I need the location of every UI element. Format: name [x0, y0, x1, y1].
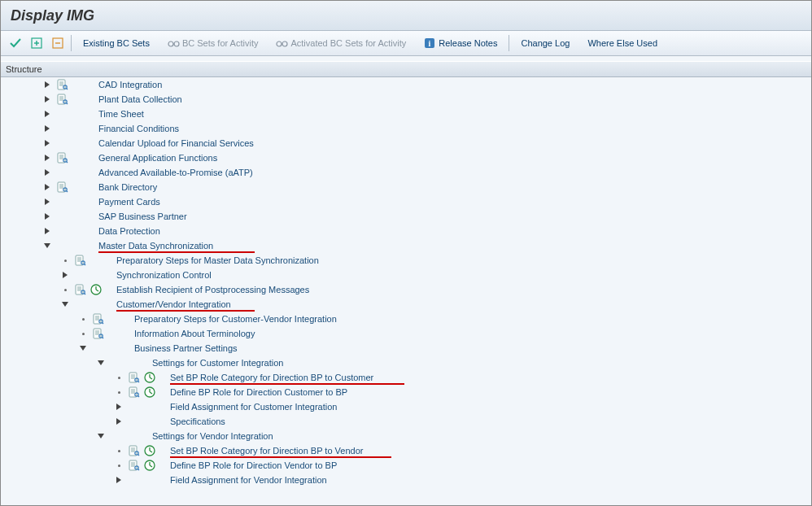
doc-icon[interactable]	[90, 312, 105, 325]
collapse-subtree-icon[interactable]	[50, 35, 66, 51]
tree-row[interactable]: Data Protection	[1, 224, 811, 238]
tree-row[interactable]: Define BP Role for Direction Customer to…	[1, 385, 811, 399]
execute-icon[interactable]	[142, 444, 157, 457]
tree-label[interactable]: Set BP Role Category for Direction BP to…	[170, 373, 373, 382]
tree-row[interactable]: SAP Business Partner	[1, 209, 811, 224]
collapse-icon[interactable]	[79, 344, 87, 352]
tree-label[interactable]: Establish Recipient of Postprocessing Me…	[116, 285, 309, 294]
tree-row[interactable]: Financial Conditions	[1, 121, 811, 136]
doc-icon[interactable]	[72, 254, 87, 267]
execute-icon[interactable]	[142, 371, 157, 384]
tree-row[interactable]: Master Data Synchronization	[1, 238, 811, 253]
expand-icon[interactable]	[43, 95, 51, 103]
tree-row[interactable]: Information About Terminology	[1, 326, 811, 341]
doc-icon[interactable]	[55, 78, 69, 91]
svg-marker-100	[98, 434, 104, 438]
doc-icon[interactable]	[55, 181, 69, 194]
tree-label: Preparatory Steps for Customer-Vendor In…	[134, 314, 337, 324]
tree-row[interactable]: Synchronization Control	[1, 268, 811, 282]
expand-icon[interactable]	[43, 124, 51, 133]
tree-row[interactable]: Field Assignment for Customer Integratio…	[1, 399, 811, 414]
glasses-icon	[276, 37, 287, 49]
doc-icon[interactable]	[90, 327, 105, 340]
existing-bc-sets-button[interactable]: Existing BC Sets	[76, 34, 156, 52]
tree-label: Financial Conditions	[98, 124, 179, 133]
tree[interactable]: CAD IntegrationPlant Data CollectionTime…	[1, 77, 811, 506]
execute-icon[interactable]	[142, 386, 157, 399]
expand-icon[interactable]	[43, 168, 51, 177]
collapse-icon[interactable]	[97, 359, 105, 367]
tree-row[interactable]: Set BP Role Category for Direction BP to…	[1, 370, 811, 385]
bc-sets-activity-label: BC Sets for Activity	[182, 34, 259, 52]
doc-icon[interactable]	[55, 151, 69, 164]
tree-label: Payment Cards	[98, 197, 160, 207]
tree-label[interactable]: Define BP Role for Direction Vendor to B…	[170, 460, 337, 470]
doc-icon[interactable]	[126, 371, 141, 384]
tree-row[interactable]: Specifications	[1, 414, 811, 429]
tree-label: Time Sheet	[98, 109, 144, 119]
doc-icon[interactable]	[126, 444, 141, 457]
execute-icon[interactable]	[142, 459, 157, 472]
expand-subtree-icon[interactable]	[28, 35, 45, 51]
doc-icon[interactable]	[55, 93, 69, 106]
tree-label: Advanced Available-to-Promise (aATP)	[98, 168, 253, 177]
collapse-icon[interactable]	[43, 242, 51, 250]
tree-row[interactable]: Define BP Role for Direction Vendor to B…	[1, 458, 811, 473]
tree-row[interactable]: Plant Data Collection	[1, 92, 811, 107]
tree-label: Calendar Upload for Financial Services	[98, 138, 254, 148]
tree-row[interactable]: Customer/Vendor Integration	[1, 297, 811, 312]
expand-icon[interactable]	[43, 110, 51, 118]
tree-label[interactable]: Define BP Role for Direction Customer to…	[170, 387, 347, 397]
execute-icon	[107, 342, 121, 355]
tree-row[interactable]: Advanced Available-to-Promise (aATP)	[1, 165, 811, 180]
svg-marker-29	[45, 140, 50, 146]
execute-icon	[71, 107, 85, 120]
tree-row[interactable]: Bank Directory	[1, 180, 811, 194]
expand-icon[interactable]	[115, 417, 123, 425]
expand-icon[interactable]	[43, 198, 51, 206]
tree-row[interactable]: Preparatory Steps for Customer-Vendor In…	[1, 312, 811, 326]
expand-icon[interactable]	[43, 227, 51, 235]
doc-icon[interactable]	[126, 386, 141, 399]
svg-marker-98	[116, 403, 121, 410]
doc-icon[interactable]	[72, 283, 87, 296]
tree-label: Settings for Vendor Integration	[152, 431, 273, 441]
tree-row[interactable]: Settings for Vendor Integration	[1, 429, 811, 443]
expand-icon[interactable]	[43, 81, 51, 89]
tree-label[interactable]: Set BP Role Category for Direction BP to…	[170, 446, 363, 456]
collapse-icon[interactable]	[61, 300, 69, 308]
svg-marker-119	[116, 477, 121, 483]
svg-text:i: i	[429, 39, 431, 48]
execute-icon[interactable]	[89, 283, 103, 296]
tree-row[interactable]: Time Sheet	[1, 107, 811, 121]
svg-line-61	[85, 294, 86, 295]
expand-icon[interactable]	[61, 271, 69, 279]
change-log-button[interactable]: Change Log	[514, 34, 576, 52]
expand-icon[interactable]	[43, 183, 51, 191]
svg-marker-38	[45, 184, 50, 190]
expand-icon[interactable]	[115, 403, 123, 411]
check-icon[interactable]	[7, 35, 24, 51]
tree-row[interactable]: Payment Cards	[1, 194, 811, 209]
tree-label: Customer/Vendor Integration	[116, 299, 231, 309]
tree-row[interactable]: Settings for Customer Integration	[1, 356, 811, 370]
expand-icon[interactable]	[43, 154, 51, 162]
tree-row[interactable]: Business Partner Settings	[1, 341, 811, 356]
collapse-icon[interactable]	[97, 432, 105, 440]
glasses-icon	[168, 37, 179, 49]
tree-row[interactable]: General Application Functions	[1, 150, 811, 165]
expand-icon[interactable]	[43, 212, 51, 220]
doc-icon	[126, 415, 141, 428]
tree-row[interactable]: Establish Recipient of Postprocessing Me…	[1, 282, 811, 297]
tree-row[interactable]: CAD Integration	[1, 77, 811, 92]
expand-icon[interactable]	[115, 476, 123, 484]
tree-row[interactable]: Field Assignment for Vendor Integration	[1, 473, 811, 487]
release-notes-button[interactable]: i Release Notes	[417, 34, 504, 52]
tree-row[interactable]: Calendar Upload for Financial Services	[1, 136, 811, 150]
doc-icon	[55, 239, 69, 252]
doc-icon[interactable]	[126, 459, 141, 472]
where-else-used-button[interactable]: Where Else Used	[581, 34, 664, 52]
tree-row[interactable]: Preparatory Steps for Master Data Synchr…	[1, 253, 811, 268]
expand-icon[interactable]	[43, 139, 51, 147]
tree-row[interactable]: Set BP Role Category for Direction BP to…	[1, 443, 811, 458]
